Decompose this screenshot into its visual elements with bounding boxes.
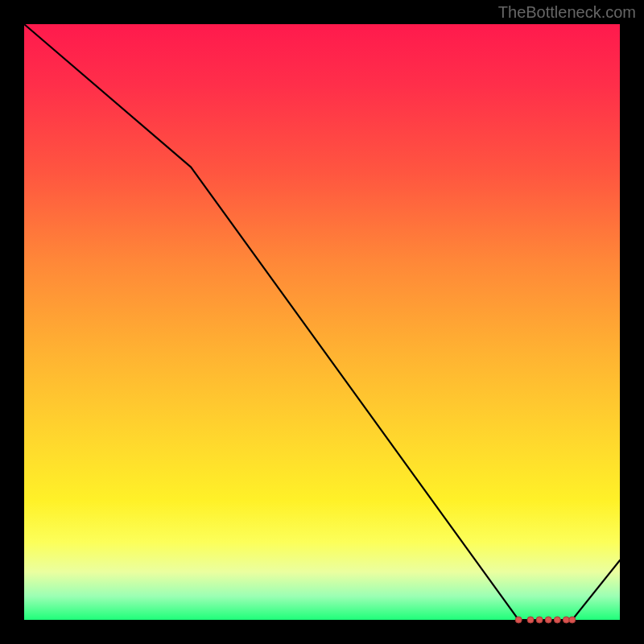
- chart-line: [24, 24, 620, 620]
- chart-dot: [515, 617, 522, 623]
- chart-plot-area: [24, 24, 620, 620]
- attribution-text: TheBottleneck.com: [498, 3, 636, 22]
- chart-svg-layer: [24, 24, 620, 620]
- chart-dot: [527, 617, 534, 623]
- chart-dot: [536, 617, 543, 623]
- chart-dot: [569, 617, 576, 623]
- chart-dot: [563, 617, 569, 623]
- chart-dot: [554, 617, 560, 623]
- chart-dot: [545, 617, 551, 623]
